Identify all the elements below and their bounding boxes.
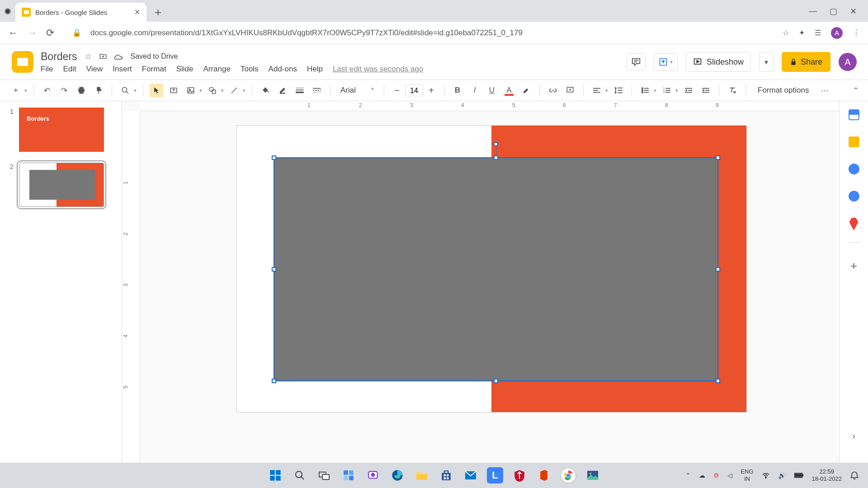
keep-icon[interactable] [849,136,859,147]
wifi-tray-icon[interactable] [762,472,770,479]
resize-handle-br[interactable] [716,379,720,383]
zoom-dropdown[interactable]: ▾ [134,88,137,94]
tray-chevron-icon[interactable]: ⌃ [685,472,691,479]
bullet-list-button[interactable] [638,84,652,97]
start-menu-icon[interactable] [267,467,283,483]
reload-icon[interactable]: ⟳ [46,27,54,39]
italic-button[interactable]: I [468,84,481,97]
menu-edit[interactable]: Edit [63,65,76,74]
more-options-button[interactable]: ⋯ [818,84,831,97]
select-tool[interactable] [150,84,163,97]
browser-tab[interactable]: Borders - Google Slides × [15,3,146,22]
present-dropdown[interactable]: ▾ [654,53,678,70]
font-size-decrease[interactable]: − [391,84,403,97]
zoom-button[interactable] [118,84,132,97]
reading-list-icon[interactable]: ☰ [815,28,821,37]
line-tool[interactable] [227,84,241,97]
move-icon[interactable] [99,52,107,61]
resize-handle-tr[interactable] [716,155,720,160]
highlight-button[interactable] [519,84,533,97]
font-size-input[interactable]: 14 [405,84,423,96]
font-size-increase[interactable]: + [425,84,438,97]
slides-logo-icon[interactable] [12,51,33,73]
star-bookmark-icon[interactable]: ☆ [783,28,789,37]
calendar-icon[interactable] [849,109,859,120]
search-taskbar-icon[interactable] [292,467,308,483]
chrome-menu-icon[interactable]: ⋮ [853,28,860,37]
widgets-icon[interactable] [340,467,357,483]
lock-icon[interactable]: 🔒 [72,28,81,37]
back-icon[interactable]: ← [8,27,18,39]
text-color-button[interactable]: A [502,84,516,97]
side-panel-expand-icon[interactable]: › [852,431,855,441]
border-color-button[interactable] [276,84,289,97]
extensions-icon[interactable]: ✦ [799,28,805,37]
chrome-taskbar-icon[interactable] [560,467,576,483]
new-slide-button[interactable]: + [9,84,23,97]
shape-tool[interactable] [206,84,219,97]
image-tool[interactable] [184,84,198,97]
comment-insert-button[interactable] [563,84,577,97]
image-dropdown[interactable]: ▾ [199,88,202,94]
link-button[interactable] [546,84,560,97]
resize-handle-bl[interactable] [272,379,276,383]
format-options-button[interactable]: Format options [752,86,814,95]
indent-button[interactable] [699,84,712,97]
maximize-icon[interactable]: ▢ [830,6,837,16]
align-button[interactable] [590,84,604,97]
menu-arrange[interactable]: Arrange [203,65,230,74]
fill-color-button[interactable] [259,84,272,97]
new-tab-button[interactable]: + [146,3,170,22]
clock-tray[interactable]: 22:59 18-01-2022 [812,468,842,482]
resize-handle-tl[interactable] [272,155,276,160]
tray-app-icon[interactable]: ⚙ [713,472,719,479]
language-indicator[interactable]: ENG IN [741,468,753,482]
mcafee-icon[interactable] [511,467,528,483]
slide-thumbnail-2[interactable]: 2 [0,161,122,209]
rotate-handle[interactable] [494,142,498,146]
redo-button[interactable]: ↷ [57,84,71,97]
textbox-tool[interactable] [167,84,180,97]
account-avatar[interactable]: A [839,53,857,71]
chat-taskbar-icon[interactable] [365,467,381,483]
task-view-icon[interactable] [316,467,332,483]
comments-button[interactable] [627,53,646,70]
align-dropdown[interactable]: ▾ [605,88,608,94]
file-explorer-icon[interactable] [414,467,430,483]
collapse-toolbar-icon[interactable]: ⌃ [853,86,859,95]
save-status[interactable]: Saved to Drive [131,52,178,61]
slide-thumbnail-1[interactable]: 1 Borders [0,106,122,154]
numbered-list-button[interactable]: 123 [660,84,674,97]
star-icon[interactable]: ☆ [85,52,92,61]
canvas-area[interactable]: 1 2 3 4 5 6 7 8 9 1 2 3 4 5 [122,101,839,473]
chrome-avatar[interactable]: A [831,27,843,39]
location-tray-icon[interactable]: ◁ [727,472,732,479]
contacts-icon[interactable] [849,191,859,202]
app-l-icon[interactable]: L [487,467,503,483]
menu-slide[interactable]: Slide [176,65,193,74]
outdent-button[interactable] [682,84,695,97]
shape-dropdown[interactable]: ▾ [221,88,224,94]
maps-icon[interactable] [849,218,859,230]
font-family-select[interactable]: Arial ▾ [337,86,377,95]
mail-icon[interactable] [462,467,479,483]
photos-icon[interactable] [585,467,601,483]
menu-addons[interactable]: Add-ons [269,65,297,74]
line-dropdown[interactable]: ▾ [243,88,245,94]
last-edit-link[interactable]: Last edit was seconds ago [333,65,423,74]
grey-textbox-selected[interactable] [274,157,718,381]
resize-handle-mr[interactable] [716,267,720,272]
new-slide-dropdown[interactable]: ▾ [24,88,27,94]
volume-tray-icon[interactable]: 🔊 [778,472,786,479]
border-weight-button[interactable] [293,84,307,97]
url-text[interactable]: docs.google.com/presentation/d/1XtGxYxLV… [90,28,774,38]
close-tab-icon[interactable]: × [134,7,140,17]
edge-icon[interactable] [389,467,406,483]
slideshow-button[interactable]: Slideshow [686,52,751,72]
numbered-dropdown[interactable]: ▾ [675,88,678,94]
menu-help[interactable]: Help [307,65,323,74]
border-dash-button[interactable] [310,84,324,97]
line-spacing-button[interactable] [612,84,625,97]
menu-view[interactable]: View [86,65,103,74]
share-button[interactable]: Share [782,52,830,72]
